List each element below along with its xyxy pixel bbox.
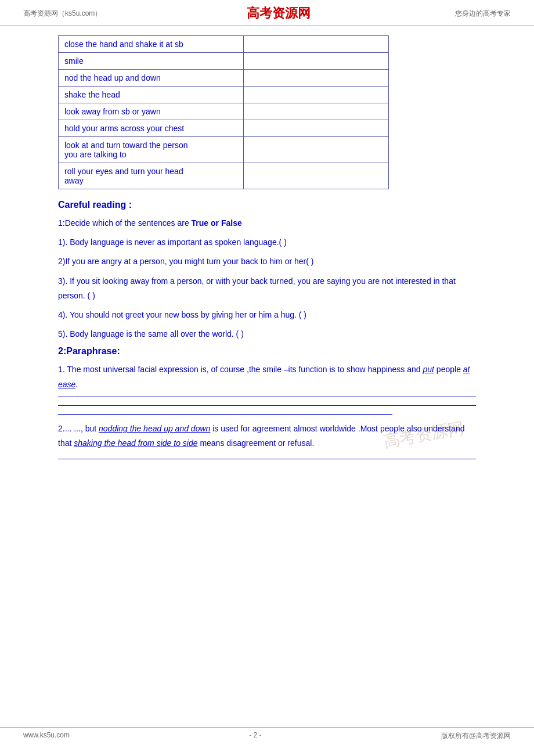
- main-content: close the hand and shake it at sbsmileno…: [0, 26, 534, 476]
- table-cell-right: [244, 120, 389, 137]
- footer-center: - 2 -: [249, 731, 261, 741]
- table-cell-left: look away from sb or yawn: [59, 103, 244, 120]
- table-row: nod the head up and down: [59, 70, 389, 87]
- table-cell-right: [244, 163, 389, 189]
- question-item: 4). You should not greet your new boss b…: [58, 308, 476, 322]
- careful-reading-heading: Careful reading :: [58, 200, 476, 210]
- question-item: 3). If you sit looking away from a perso…: [58, 274, 476, 303]
- line3: [58, 414, 392, 415]
- table-row: look away from sb or yawn: [59, 103, 389, 120]
- line4: [58, 459, 476, 459]
- line2: [58, 405, 476, 406]
- question-item: 1). Body language is never as important …: [58, 235, 476, 250]
- table-cell-right: [244, 103, 389, 120]
- q1-label: 1:Decide which of the sentences are True…: [58, 216, 476, 231]
- table-row: smile: [59, 53, 389, 70]
- table-cell-left: hold your arms across your chest: [59, 120, 244, 137]
- header-center: 高考资源网: [247, 5, 311, 22]
- table-row: close the hand and shake it at sb: [59, 36, 389, 53]
- table-cell-right: [244, 87, 389, 103]
- header-left: 高考资源网（ks5u.com）: [23, 9, 102, 19]
- table-row: shake the head: [59, 87, 389, 103]
- page-wrapper: 高考资源网（ks5u.com） 高考资源网 您身边的高考专家 close the…: [0, 0, 534, 756]
- paraphrase-heading: 2:Paraphrase:: [58, 346, 476, 357]
- table-cell-left: roll your eyes and turn your headaway: [59, 163, 244, 189]
- table-cell-left: close the hand and shake it at sb: [59, 36, 244, 53]
- table-cell-right: [244, 137, 389, 163]
- line1: [58, 397, 476, 397]
- page-footer: www.ks5u.com - 2 - 版权所有@高考资源网: [0, 727, 534, 744]
- table-row: look at and turn toward the personyou ar…: [59, 137, 389, 163]
- question-item: 5). Body language is the same all over t…: [58, 327, 476, 341]
- question-item: 2)If you are angry at a person, you migh…: [58, 254, 476, 269]
- footer-left: www.ks5u.com: [23, 731, 70, 741]
- table-cell-right: [244, 53, 389, 70]
- table-cell-right: [244, 70, 389, 87]
- table-cell-right: [244, 36, 389, 53]
- table-row: roll your eyes and turn your headaway: [59, 163, 389, 189]
- table-cell-left: nod the head up and down: [59, 70, 244, 87]
- body-language-table: close the hand and shake it at sbsmileno…: [58, 35, 389, 189]
- table-row: hold your arms across your chest: [59, 120, 389, 137]
- table-cell-left: look at and turn toward the personyou ar…: [59, 137, 244, 163]
- footer-right: 版权所有@高考资源网: [441, 731, 511, 741]
- page-header: 高考资源网（ks5u.com） 高考资源网 您身边的高考专家: [0, 0, 534, 26]
- para1: 1. The most universal facial expression …: [58, 362, 476, 391]
- table-cell-left: shake the head: [59, 87, 244, 103]
- table-cell-left: smile: [59, 53, 244, 70]
- header-right: 您身边的高考专家: [455, 9, 511, 19]
- para2: 2.... ..., but nodding the head up and d…: [58, 422, 476, 451]
